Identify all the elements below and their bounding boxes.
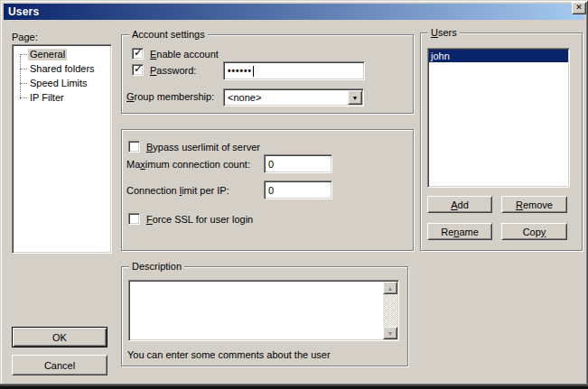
bypass-userlimit-checkbox[interactable] [128,141,140,153]
group-membership-label: Group membership: [126,91,214,102]
max-connection-input[interactable]: 0 [264,154,332,173]
users-group-title: Users [428,26,460,39]
password-label[interactable]: Password: [150,65,196,76]
enable-account-checkbox[interactable]: ✓ [132,48,144,60]
password-checkbox[interactable]: ✓ [132,64,144,76]
copy-user-button[interactable]: Copy [501,223,567,240]
tree-item-shared-folders[interactable]: Shared folders [13,61,111,76]
connection-per-ip-input[interactable]: 0 [264,181,332,199]
checkmark-icon: ✓ [134,47,143,59]
rename-user-button[interactable]: Rename [427,223,492,240]
force-ssl-label[interactable]: Force SSL for user login [146,214,253,225]
scrollbar-track[interactable] [383,294,397,327]
user-list-item[interactable]: john [429,50,568,62]
group-membership-value: <none> [228,92,261,103]
remove-user-button[interactable]: Remove [501,196,567,213]
password-input[interactable]: •••••• [223,61,365,80]
tree-item-general[interactable]: General [13,47,111,61]
window-title: Users [4,5,39,18]
chevron-down-icon: ▼ [352,95,359,101]
close-icon: ✕ [575,4,583,12]
dropdown-button[interactable]: ▼ [348,90,362,105]
title-bar[interactable]: Users [4,4,584,20]
checkmark-icon: ✓ [134,63,143,75]
force-ssl-checkbox[interactable] [128,213,140,225]
text-cursor [253,66,254,77]
connection-per-ip-label: Connection limit per IP: [126,185,229,196]
description-scrollbar[interactable]: ▲ ▼ [383,282,397,339]
scroll-down-button[interactable]: ▼ [383,327,397,339]
scroll-up-button[interactable]: ▲ [383,282,397,294]
description-hint: You can enter some comments about the us… [127,349,331,360]
chevron-down-icon: ▼ [387,330,394,337]
users-dialog: Users ✕ Page: General Shared folders Spe… [0,0,588,389]
chevron-up-icon: ▲ [387,285,394,292]
users-listbox[interactable]: john [427,48,570,188]
tree-item-ip-filter[interactable]: IP Filter [13,90,111,105]
account-settings-title: Account settings [129,28,208,41]
window-bottom-edge [0,384,588,389]
bypass-userlimit-label[interactable]: Bypass userlimit of server [146,142,260,153]
add-user-button[interactable]: Add [427,196,492,213]
tree-item-speed-limits[interactable]: Speed Limits [13,76,111,90]
page-tree[interactable]: General Shared folders Speed Limits IP F… [12,44,112,254]
description-textarea[interactable]: ▲ ▼ [128,280,399,341]
close-button[interactable]: ✕ [572,2,586,14]
cancel-button[interactable]: Cancel [12,355,107,375]
enable-account-label[interactable]: Enable account [150,49,219,60]
ok-button[interactable]: OK [12,327,107,347]
max-connection-label: Maximum connection count: [126,159,250,170]
page-label: Page: [12,32,38,42]
group-membership-select[interactable]: <none> ▼ [223,88,364,107]
description-title: Description [129,260,184,273]
